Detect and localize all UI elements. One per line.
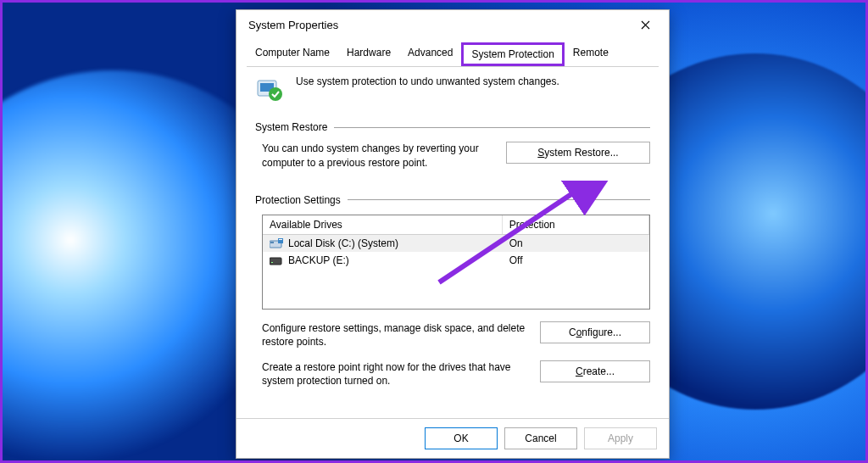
svg-rect-4 [270, 242, 274, 243]
disk-icon [270, 255, 283, 265]
system-restore-description: You can undo system changes by reverting… [262, 142, 492, 170]
window-title: System Properties [248, 19, 628, 31]
protection-settings-section-title: Protection Settings [255, 194, 650, 206]
tab-computer-name[interactable]: Computer Name [247, 42, 338, 66]
tab-hardware[interactable]: Hardware [338, 42, 399, 66]
dialog-footer: OK Cancel Apply [236, 418, 669, 458]
svg-rect-7 [270, 258, 281, 265]
drive-row[interactable]: BACKUP (E:) Off [263, 252, 649, 269]
close-icon [641, 20, 650, 30]
system-restore-row: You can undo system changes by reverting… [255, 142, 650, 170]
system-protection-icon [255, 75, 284, 104]
drive-protection-status: On [509, 237, 523, 249]
create-button[interactable]: Create... [540, 360, 650, 382]
column-available-drives: Available Drives [263, 215, 503, 234]
drive-row[interactable]: Local Disk (C:) (System) On [263, 235, 649, 252]
create-description: Create a restore point right now for the… [262, 360, 526, 388]
intro-row: Use system protection to undo unwanted s… [255, 75, 650, 104]
ok-button[interactable]: OK [425, 427, 498, 449]
svg-rect-8 [271, 262, 273, 263]
drives-header: Available Drives Protection [263, 215, 649, 235]
configure-description: Configure restore settings, manage disk … [262, 321, 526, 349]
apply-button: Apply [584, 427, 657, 449]
drive-name: BACKUP (E:) [288, 254, 349, 266]
tab-content: Use system protection to undo unwanted s… [236, 67, 669, 406]
cancel-button[interactable]: Cancel [504, 427, 577, 449]
titlebar: System Properties [236, 10, 669, 39]
tab-system-protection[interactable]: System Protection [461, 42, 564, 66]
svg-rect-5 [278, 238, 283, 243]
column-protection: Protection [503, 215, 649, 234]
tab-remote[interactable]: Remote [565, 42, 617, 66]
drive-protection-status: Off [509, 254, 523, 266]
disk-system-icon [270, 238, 283, 248]
drives-listbox[interactable]: Available Drives Protection Local Disk (… [262, 215, 650, 310]
system-restore-section-title: System Restore [255, 121, 650, 133]
svg-rect-6 [279, 239, 282, 240]
configure-row: Configure restore settings, manage disk … [255, 321, 650, 349]
tab-advanced[interactable]: Advanced [399, 42, 461, 66]
close-button[interactable] [628, 12, 662, 37]
intro-text: Use system protection to undo unwanted s… [296, 75, 559, 87]
system-properties-dialog: System Properties Computer Name Hardware… [236, 9, 670, 459]
system-restore-button[interactable]: System Restore... [506, 142, 650, 164]
svg-point-2 [269, 87, 282, 101]
configure-button[interactable]: Configure... [540, 321, 650, 343]
drive-name: Local Disk (C:) (System) [288, 237, 398, 249]
create-row: Create a restore point right now for the… [255, 360, 650, 388]
tabstrip: Computer Name Hardware Advanced System P… [236, 39, 669, 66]
